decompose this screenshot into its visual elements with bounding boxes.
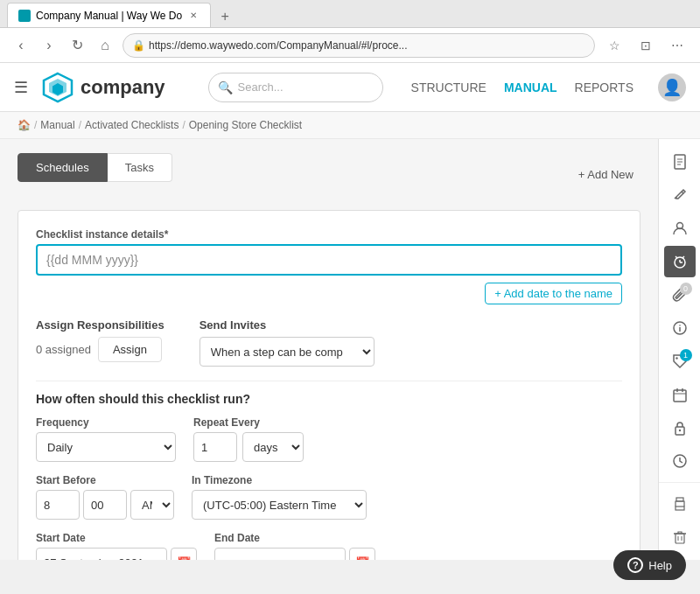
browser-tab[interactable]: Company Manual | Way We Do ✕ xyxy=(7,3,211,27)
assigned-count: 0 assigned xyxy=(36,343,91,356)
app-logo[interactable]: company xyxy=(42,72,165,103)
assign-label: Assign Responsibilities xyxy=(36,318,164,332)
sidebar-divider xyxy=(659,482,700,483)
breadcrumb-home[interactable]: 🏠 xyxy=(18,119,31,131)
start-minute-input[interactable] xyxy=(83,490,127,520)
start-date-calendar-btn[interactable]: 📅 xyxy=(171,548,197,560)
address-bar: ‹ › ↻ ⌂ 🔒 https://demo.waywedo.com/Compa… xyxy=(0,28,700,63)
frequency-section: How often should this checklist run? Fre… xyxy=(36,392,622,560)
sidebar-icon-alarm[interactable] xyxy=(664,246,696,277)
sidebar-icon-trash[interactable] xyxy=(664,521,696,553)
search-box[interactable]: 🔍 Search... xyxy=(208,73,383,102)
responsibilities-row: Assign Responsibilities 0 assigned Assig… xyxy=(36,318,622,367)
start-ampm-select[interactable]: AM PM xyxy=(130,490,174,520)
star-icon[interactable]: ☆ xyxy=(602,33,626,58)
back-button[interactable]: ‹ xyxy=(10,35,32,56)
address-icons: ☆ ⊡ ⋯ xyxy=(602,33,690,58)
breadcrumb-current: Opening Store Checklist xyxy=(189,119,302,131)
breadcrumb-manual[interactable]: Manual xyxy=(40,119,74,131)
svg-point-23 xyxy=(678,430,680,431)
tag-badge: 1 xyxy=(680,349,692,361)
checklist-details-group: Checklist instance details* + Add date t… xyxy=(36,228,622,304)
svg-point-17 xyxy=(676,357,677,359)
sidebar-icon-info[interactable] xyxy=(664,312,696,344)
timezone-label: In Timezone xyxy=(192,474,367,486)
help-circle-icon: ? xyxy=(627,557,643,573)
end-date-calendar-btn[interactable]: 📅 xyxy=(349,548,375,560)
new-tab-button[interactable]: + xyxy=(214,6,235,27)
frequency-label: Frequency xyxy=(36,416,176,429)
start-date-label: Start Date xyxy=(36,532,197,544)
start-date-inputs: 📅 xyxy=(36,548,197,560)
sidebar-icon-print[interactable] xyxy=(664,488,696,520)
home-button[interactable]: ⌂ xyxy=(94,35,116,56)
history-icon xyxy=(672,453,688,469)
user-avatar[interactable]: 👤 xyxy=(658,73,686,101)
run-section-title: How often should this checklist run? xyxy=(36,392,622,406)
sidebar-icon-user[interactable] xyxy=(664,213,696,244)
tabs-row: Schedules Tasks + Add New xyxy=(18,153,640,196)
main-layout: Schedules Tasks + Add New Checklist inst… xyxy=(0,139,700,560)
add-new-button[interactable]: + Add New xyxy=(571,164,640,185)
form-card: Checklist instance details* + Add date t… xyxy=(18,210,640,560)
frequency-select[interactable]: Daily Weekly Monthly Yearly xyxy=(36,432,176,462)
repeat-inputs: days weeks xyxy=(193,432,304,462)
tab-tasks[interactable]: Tasks xyxy=(108,153,172,182)
svg-line-12 xyxy=(676,256,677,258)
sidebar-icon-history[interactable] xyxy=(664,445,696,477)
hamburger-menu[interactable]: ☰ xyxy=(14,78,28,97)
calendar-icon: 📅 xyxy=(177,556,192,561)
start-date-input[interactable] xyxy=(36,548,167,560)
checklist-name-input[interactable] xyxy=(36,244,622,276)
tabs: Schedules Tasks xyxy=(18,153,172,182)
alarm-icon xyxy=(672,254,688,269)
help-button[interactable]: ? Help xyxy=(613,550,686,580)
sidebar-icon-lock[interactable] xyxy=(664,412,696,444)
start-hour-input[interactable] xyxy=(36,490,80,520)
attachment-badge: 0 xyxy=(680,283,692,295)
sidebar-icon-tag[interactable]: 1 xyxy=(664,346,696,377)
timezone-select[interactable]: (UTC-05:00) Eastern Time (UTC-06:00) Cen… xyxy=(192,490,367,520)
assign-button[interactable]: Assign xyxy=(98,337,162,362)
sidebar-icon-calendar[interactable] xyxy=(664,379,696,410)
extension-icon[interactable]: ⊡ xyxy=(634,33,658,58)
forward-button[interactable]: › xyxy=(38,35,60,56)
nav-manual[interactable]: MANUAL xyxy=(504,80,557,94)
tab-close-btn[interactable]: ✕ xyxy=(187,10,200,22)
sidebar-icon-attachment[interactable]: 0 xyxy=(664,279,696,311)
user-icon xyxy=(672,220,688,236)
tab-title: Company Manual | Way We Do xyxy=(36,10,182,22)
url-input[interactable]: 🔒 https://demo.waywedo.com/CompanyManual… xyxy=(122,33,595,58)
reload-button[interactable]: ↻ xyxy=(66,35,88,56)
logo-mark xyxy=(42,72,74,103)
add-date-button[interactable]: + Add date to the name xyxy=(485,283,622,304)
time-inputs: AM PM xyxy=(36,490,174,520)
breadcrumb-activated-checklists[interactable]: Activated Checklists xyxy=(85,119,178,131)
dates-row: Start Date 📅 End Date xyxy=(36,532,622,560)
calendar-sidebar-icon xyxy=(672,387,688,402)
timezone-group: In Timezone (UTC-05:00) Eastern Time (UT… xyxy=(192,474,367,520)
svg-line-7 xyxy=(682,192,683,193)
send-invites-select[interactable]: When a step can be comp Immediately Neve… xyxy=(200,337,374,367)
form-grid: Frequency Daily Weekly Monthly Yearly Re… xyxy=(36,416,622,560)
repeat-value-input[interactable] xyxy=(193,432,237,462)
frequency-group: Frequency Daily Weekly Monthly Yearly xyxy=(36,416,176,462)
nav-reports[interactable]: REPORTS xyxy=(575,80,634,94)
assigned-row: 0 assigned Assign xyxy=(36,337,164,362)
end-date-label: End Date xyxy=(214,532,375,544)
svg-point-16 xyxy=(679,325,681,326)
end-date-inputs: 📅 xyxy=(214,548,375,560)
nav-structure[interactable]: STRUCTURE xyxy=(411,80,486,94)
document-icon xyxy=(672,154,688,170)
time-row: Start Before AM PM In Time xyxy=(36,474,622,520)
sidebar-icon-document[interactable] xyxy=(664,146,696,178)
repeat-unit-select[interactable]: days weeks xyxy=(242,432,304,462)
sidebar-icon-edit[interactable] xyxy=(664,179,696,211)
send-invites-label: Send Invites xyxy=(200,318,374,332)
tab-favicon xyxy=(18,10,31,22)
end-date-input[interactable] xyxy=(214,548,346,560)
browser-tab-bar: Company Manual | Way We Do ✕ + xyxy=(0,0,700,28)
search-placeholder: Search... xyxy=(238,80,284,94)
menu-icon[interactable]: ⋯ xyxy=(665,33,690,58)
tab-schedules[interactable]: Schedules xyxy=(18,153,108,182)
